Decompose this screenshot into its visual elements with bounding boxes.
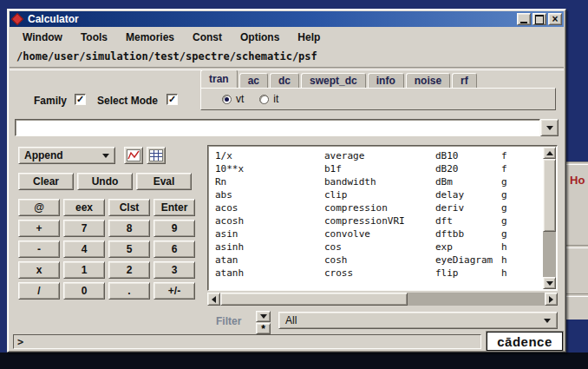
scroll-up-button[interactable] (543, 147, 556, 159)
menu-const[interactable]: Const (193, 31, 222, 43)
select-mode-checkbox[interactable]: ✓ (167, 94, 178, 105)
function-item[interactable]: dftbb (435, 227, 493, 241)
tab-tran[interactable]: tran (200, 69, 238, 88)
function-item[interactable]: dB10 (435, 149, 493, 162)
function-item[interactable]: exp (435, 241, 493, 254)
key-plus[interactable]: + (18, 220, 60, 237)
clear-button[interactable]: Clear (18, 173, 74, 190)
horizontal-scrollbar[interactable] (207, 293, 558, 306)
eval-button[interactable]: Eval (136, 173, 192, 190)
tab-noise[interactable]: noise (406, 73, 450, 88)
function-item[interactable]: asinh (215, 241, 244, 254)
function-item[interactable]: dB20 (435, 162, 493, 175)
function-item[interactable]: g (501, 227, 507, 241)
menu-help[interactable]: Help (297, 31, 320, 43)
function-item[interactable]: flip (435, 267, 493, 280)
key-minus[interactable]: - (18, 241, 60, 258)
menu-options[interactable]: Options (240, 31, 279, 43)
filter-select[interactable]: All (278, 312, 558, 329)
close-button[interactable]: × (548, 13, 562, 25)
key-1[interactable]: 1 (63, 261, 105, 279)
filter-collapse-button[interactable] (256, 311, 271, 322)
table-button[interactable] (147, 147, 166, 164)
function-item[interactable]: average (324, 149, 405, 162)
function-item[interactable]: clip (324, 188, 405, 201)
expression-input[interactable] (15, 119, 540, 136)
key-at[interactable]: @ (18, 199, 60, 216)
function-item[interactable]: compressionVRI (324, 214, 405, 227)
radio-vt[interactable]: vt (222, 93, 244, 105)
function-item[interactable]: acosh (215, 214, 244, 227)
key-8[interactable]: 8 (108, 220, 150, 237)
key-3[interactable]: 3 (154, 261, 195, 279)
function-item[interactable]: cosh (324, 254, 405, 267)
function-item[interactable]: deriv (435, 201, 493, 214)
function-item[interactable]: eyeDiagram (435, 254, 493, 267)
function-item[interactable]: convolve (324, 227, 405, 241)
key-6[interactable]: 6 (154, 241, 195, 258)
key-2[interactable]: 2 (108, 261, 150, 279)
key-divide[interactable]: / (18, 282, 60, 300)
radio-it[interactable]: it (259, 93, 278, 105)
function-item[interactable]: h (501, 267, 507, 280)
tab-info[interactable]: info (368, 73, 404, 88)
plot-button[interactable] (124, 147, 143, 164)
function-item[interactable]: g (501, 201, 507, 214)
key-5[interactable]: 5 (108, 241, 150, 258)
function-item[interactable]: 1/x (215, 149, 244, 162)
menu-memories[interactable]: Memories (126, 31, 174, 43)
tab-ac[interactable]: ac (239, 73, 268, 88)
filter-star-button[interactable]: * (256, 323, 271, 334)
titlebar[interactable]: Calculator × (10, 11, 564, 27)
function-item[interactable]: g (501, 214, 507, 227)
function-item[interactable]: dBm (435, 175, 493, 188)
key-0[interactable]: 0 (63, 282, 105, 300)
tab-dc[interactable]: dc (270, 73, 299, 88)
function-item[interactable]: acos (215, 201, 244, 214)
function-item[interactable]: b1f (324, 162, 405, 175)
key-9[interactable]: 9 (154, 220, 195, 237)
function-item[interactable]: h (501, 254, 507, 267)
function-item[interactable]: 10**x (215, 162, 244, 175)
function-item[interactable]: cos (324, 241, 405, 254)
vertical-scrollbar-thumb[interactable] (543, 159, 556, 232)
family-checkbox[interactable]: ✓ (75, 94, 86, 105)
function-item[interactable]: g (501, 188, 507, 201)
key-7[interactable]: 7 (63, 220, 105, 237)
key-multiply[interactable]: x (18, 261, 60, 279)
function-item[interactable]: atanh (215, 267, 244, 280)
key-eex[interactable]: eex (63, 199, 105, 216)
function-item[interactable]: atan (215, 254, 244, 267)
expression-history-button[interactable] (540, 119, 559, 136)
key-4[interactable]: 4 (63, 241, 105, 258)
vertical-scrollbar[interactable] (543, 147, 556, 289)
function-item[interactable]: g (501, 175, 507, 188)
key-enter[interactable]: Enter (154, 199, 195, 216)
tab-rf[interactable]: rf (452, 73, 477, 88)
scroll-right-button[interactable] (545, 293, 558, 306)
function-item[interactable]: bandwidth (324, 175, 405, 188)
scroll-down-button[interactable] (543, 277, 556, 289)
function-item[interactable]: cross (324, 267, 405, 280)
minimize-button[interactable] (517, 13, 531, 25)
function-item[interactable]: h (501, 241, 507, 254)
menu-tools[interactable]: Tools (81, 31, 108, 43)
key-clst[interactable]: Clst (108, 199, 150, 216)
menu-window[interactable]: Window (23, 31, 62, 43)
key-decimal[interactable]: . (108, 282, 150, 300)
key-sign[interactable]: +/- (154, 282, 195, 300)
function-item[interactable]: delay (435, 188, 493, 201)
function-item[interactable]: compression (324, 201, 405, 214)
function-item[interactable]: f (501, 162, 507, 175)
undo-button[interactable]: Undo (77, 173, 133, 190)
append-mode-select[interactable]: Append (18, 147, 115, 164)
function-item[interactable]: abs (215, 188, 244, 201)
tab-swept-dc[interactable]: swept_dc (301, 73, 366, 88)
function-item[interactable]: asin (215, 227, 244, 241)
horizontal-scrollbar-thumb[interactable] (220, 293, 408, 306)
function-item[interactable]: dft (435, 214, 493, 227)
maximize-button[interactable] (532, 13, 546, 25)
function-item[interactable]: Rn (215, 175, 244, 188)
function-item[interactable]: f (501, 149, 507, 162)
scroll-left-button[interactable] (207, 293, 220, 306)
